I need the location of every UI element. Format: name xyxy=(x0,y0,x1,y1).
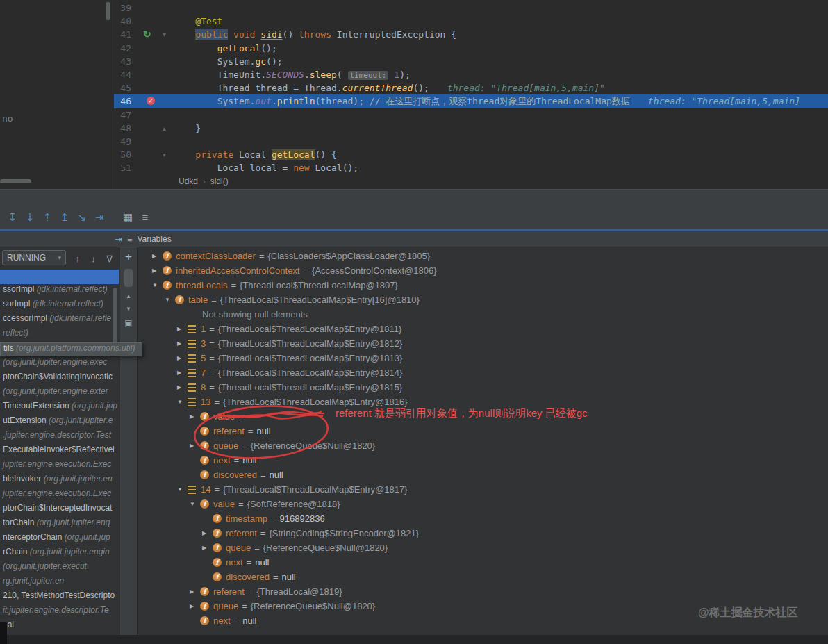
variable-row[interactable]: ▶fqueue={ReferenceQueue$Null@1820} xyxy=(138,438,828,453)
line-number[interactable]: 40 xyxy=(114,16,135,26)
code-line[interactable]: 48▴ } xyxy=(114,122,828,135)
gutter-cell[interactable] xyxy=(135,15,163,28)
navigate-down-icon[interactable]: ↓ xyxy=(85,254,101,264)
expander-icon[interactable]: ▶ xyxy=(190,603,200,609)
stack-frame-row[interactable]: (org.junit.jupiter.engine.exec xyxy=(0,357,119,372)
stack-frame-row[interactable]: rChain (org.junit.jupiter.engin xyxy=(0,547,119,561)
run-test-icon[interactable]: ↻ xyxy=(143,28,151,40)
strip-scrollbar-thumb[interactable] xyxy=(124,269,133,287)
gutter-cell[interactable] xyxy=(135,135,163,148)
gutter-cell[interactable] xyxy=(135,108,163,122)
fold-marker-icon[interactable]: ▴ xyxy=(163,124,174,132)
run-to-cursor-icon[interactable]: ⇥ xyxy=(91,210,108,224)
breadcrumb-item[interactable]: sidi() xyxy=(210,176,229,186)
add-watch-icon[interactable]: + xyxy=(125,251,132,263)
stack-frame-row[interactable]: rg.junit.jupiter.en xyxy=(0,576,119,591)
scroll-up-icon[interactable]: ▲ xyxy=(126,293,131,299)
gutter-cell[interactable] xyxy=(135,161,163,174)
code-line[interactable]: 51 Local local = new Local(); xyxy=(114,161,828,174)
code-line[interactable]: 49 xyxy=(114,135,828,148)
stack-frame-row[interactable]: sorImpl (jdk.internal.reflect) xyxy=(0,299,119,313)
stack-frame-row[interactable]: (org.junit.jupiter.engine.exter xyxy=(0,386,119,401)
code-line[interactable]: 40 @Test xyxy=(114,15,828,28)
variable-row[interactable]: ▶finheritedAccessControlContext={AccessC… xyxy=(138,263,828,278)
code-line[interactable]: 46✓ System.out.println(thread); // 在这里打断… xyxy=(114,94,828,108)
stack-frame-row[interactable]: ptorChain$InterceptedInvocat xyxy=(0,503,119,518)
expander-icon[interactable]: ▶ xyxy=(152,267,163,274)
stack-frame-row[interactable]: utExtension (org.junit.jupiter.e xyxy=(0,415,119,430)
expander-icon[interactable]: ▼ xyxy=(152,282,163,288)
stack-frame-row[interactable]: nterceptorChain (org.junit.jup xyxy=(0,532,119,547)
stack-frame-row[interactable]: reflect) xyxy=(0,328,119,342)
stack-frame-row[interactable]: it.jupiter.engine.descriptor.Te xyxy=(0,605,119,620)
vertical-scrollbar-thumb[interactable] xyxy=(106,2,110,20)
code-editor[interactable]: 3940 @Test41↻▾ public void sidi() throws… xyxy=(114,0,828,189)
expander-icon[interactable]: ▶ xyxy=(177,384,188,390)
gutter-cell[interactable]: ✓ xyxy=(135,94,163,108)
layout-grid-icon[interactable]: ▦ xyxy=(119,210,136,224)
expander-icon[interactable]: ▶ xyxy=(202,530,213,536)
variable-row[interactable]: fdiscovered=null xyxy=(138,468,828,482)
copy-stack-icon[interactable]: ▣ xyxy=(124,318,132,328)
expander-icon[interactable]: ▼ xyxy=(165,297,175,303)
code-line[interactable]: 41↻▾ public void sidi() throws Interrupt… xyxy=(114,28,828,41)
variable-row[interactable]: ▼14={ThreadLocal$ThreadLocalMap$Entry@18… xyxy=(138,482,828,497)
stack-frame-tooltip[interactable]: tils (org.junit.platform.commons.util) xyxy=(0,342,142,356)
variable-row[interactable]: ▶3={ThreadLocal$ThreadLocalMap$Entry@181… xyxy=(138,336,828,351)
expander-icon[interactable]: ▼ xyxy=(177,486,188,493)
expander-icon[interactable]: ▶ xyxy=(202,545,213,551)
expander-icon[interactable]: ▶ xyxy=(152,253,163,259)
force-step-into-icon[interactable]: ↥ xyxy=(56,210,73,224)
fold-marker-icon[interactable]: ▾ xyxy=(163,151,174,158)
gutter-cell[interactable] xyxy=(135,42,163,55)
stack-frame-row[interactable]: torChain (org.junit.jupiter.eng xyxy=(0,518,119,532)
variable-row[interactable]: ▶fqueue={ReferenceQueue$Null@1820} xyxy=(138,540,828,555)
step-over-icon[interactable]: ⇣ xyxy=(22,210,38,224)
expander-icon[interactable]: ▶ xyxy=(177,340,188,347)
line-number[interactable]: 47 xyxy=(114,110,135,120)
gutter-cell[interactable] xyxy=(135,122,163,135)
line-number[interactable]: 45 xyxy=(114,83,135,93)
expander-icon[interactable]: ▶ xyxy=(177,355,188,361)
variable-row[interactable]: ▶7={ThreadLocal$ThreadLocalMap$Entry@181… xyxy=(138,365,828,380)
code-line[interactable]: 44 TimeUnit.SECONDS.sleep( timeout: 1); xyxy=(114,68,828,81)
stack-frame-row[interactable]: ssorImpl (jdk.internal.reflect) xyxy=(0,284,119,299)
line-number[interactable]: 41 xyxy=(114,29,135,40)
variable-row[interactable]: fdiscovered=null xyxy=(138,570,828,584)
code-line[interactable]: 42 getLocal(); xyxy=(114,42,828,55)
filter-icon[interactable]: ∇ xyxy=(101,254,117,264)
gutter-cell[interactable] xyxy=(135,1,163,15)
stack-frame-row[interactable]: .jupiter.engine.descriptor.Test xyxy=(0,430,119,445)
expander-icon[interactable]: ▶ xyxy=(177,370,188,376)
code-line[interactable]: 39 xyxy=(114,1,828,15)
step-into-icon[interactable]: ⇡ xyxy=(39,210,56,224)
stack-frame-row[interactable]: TimeoutExtension (org.junit.jup xyxy=(0,401,119,415)
variable-row[interactable]: ▶freferent={StringCoding$StringEncoder@1… xyxy=(138,526,828,540)
line-number[interactable]: 50 xyxy=(114,149,135,160)
variable-row[interactable]: ▼fvalue={SoftReference@1818} xyxy=(138,497,828,511)
stack-frame-row[interactable]: ExecutableInvoker$Reflectivel xyxy=(0,445,119,459)
variable-row[interactable]: fnext=null xyxy=(138,453,828,468)
stack-frame-row[interactable]: ptorChain$ValidatingInvocatic xyxy=(0,372,119,386)
variable-row[interactable]: Not showing null elements xyxy=(138,307,828,322)
line-number[interactable]: 44 xyxy=(114,69,135,80)
variable-row[interactable]: ftimestamp=916892836 xyxy=(138,511,828,526)
expander-icon[interactable]: ▶ xyxy=(190,443,200,449)
expander-icon[interactable]: ▼ xyxy=(177,399,188,405)
gutter-cell[interactable] xyxy=(135,55,163,68)
variable-row[interactable]: ▶1={ThreadLocal$ThreadLocalMap$Entry@181… xyxy=(138,322,828,336)
variable-row[interactable]: fnext=null xyxy=(138,555,828,570)
variable-row[interactable]: ▼ftable={ThreadLocal$ThreadLocalMap$Entr… xyxy=(138,292,828,307)
gutter-cell[interactable] xyxy=(135,68,163,81)
gutter-cell[interactable]: ↻ xyxy=(135,28,163,41)
line-number[interactable]: 42 xyxy=(114,43,135,53)
line-number[interactable]: 39 xyxy=(114,3,135,13)
breakpoint-icon[interactable]: ✓ xyxy=(147,97,155,105)
fold-marker-icon[interactable]: ▾ xyxy=(163,31,174,38)
breadcrumb-item[interactable]: Udkd xyxy=(179,176,198,186)
gutter-cell[interactable] xyxy=(135,81,163,94)
scroll-down-icon[interactable]: ▼ xyxy=(126,306,131,312)
line-number[interactable]: 43 xyxy=(114,56,135,67)
variable-row[interactable]: ▶8={ThreadLocal$ThreadLocalMap$Entry@181… xyxy=(138,380,828,395)
horizontal-scrollbar-thumb[interactable] xyxy=(0,179,31,183)
